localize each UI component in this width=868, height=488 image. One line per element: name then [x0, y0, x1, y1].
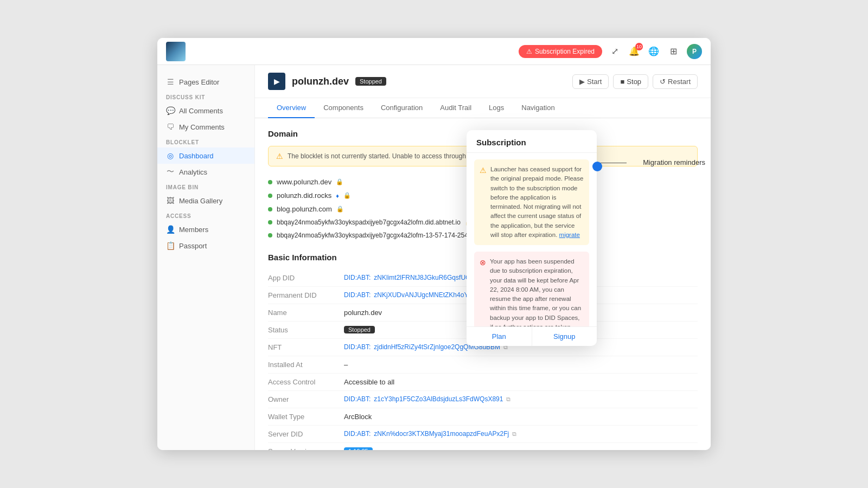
notification-icon[interactable]: 🔔 10: [628, 46, 640, 57]
blocklet-label: BLOCKLET: [157, 135, 254, 147]
tab-overview[interactable]: Overview: [268, 98, 315, 118]
subscription-expired-button[interactable]: ⚠ Subscription Expired: [519, 45, 602, 58]
restart-icon: ↺: [660, 78, 666, 86]
app-logo: [166, 42, 186, 61]
sidebar-item-passport[interactable]: 📋 Passport: [157, 237, 254, 254]
grid-icon[interactable]: ⊞: [667, 46, 679, 57]
app-brand-icon: ▶: [268, 73, 285, 90]
info-row-owner: Owner DID:ABT: z1cY3hp1F5CZo3AlBdsjduzLs…: [268, 391, 698, 408]
modal-footer: Plan Signup: [467, 326, 597, 346]
tab-audit-trail[interactable]: Audit Trail: [431, 98, 480, 118]
lock-icon: 🔒: [336, 178, 343, 185]
tab-logs[interactable]: Logs: [480, 98, 513, 118]
my-comments-icon: 🗨: [166, 123, 175, 131]
lock-icon-3: 🔒: [336, 206, 344, 213]
app-name: polunzh.dev: [292, 76, 349, 87]
sidebar-item-dashboard[interactable]: ◎ Dashboard: [157, 147, 254, 164]
modal-body: ⚠ Launcher has ceased support for the or…: [467, 153, 597, 326]
migrate-link[interactable]: migrate: [559, 232, 580, 238]
domain-status-dot: [268, 233, 272, 237]
stop-button[interactable]: ■ Stop: [613, 74, 648, 89]
connector-circle: [592, 162, 602, 171]
modal-error-alert: ⊗ Your app has been suspended due to sub…: [474, 252, 589, 326]
app-header: ▶ polunzh.dev Stopped ▶ Start ■ Stop ↺: [255, 65, 711, 98]
access-label: ACCESS: [157, 209, 254, 221]
discuss-kit-label: DISCUSS KIT: [157, 90, 254, 102]
domain-status-dot: [268, 180, 272, 184]
domain-status-dot: [268, 207, 272, 211]
stop-icon: ■: [620, 78, 624, 86]
sidebar-item-all-comments[interactable]: 💬 All Comments: [157, 102, 254, 119]
copy-icon-4[interactable]: ⧉: [506, 396, 510, 403]
sidebar-item-media-gallery[interactable]: 🖼 Media Gallery: [157, 192, 254, 209]
globe-icon[interactable]: 🌐: [648, 46, 660, 57]
start-button[interactable]: ▶ Start: [572, 74, 609, 89]
signup-button[interactable]: Signup: [532, 327, 597, 346]
modal-warning-alert: ⚠ Launcher has ceased support for the or…: [474, 159, 589, 245]
tabs: Overview Components Configuration Audit …: [255, 98, 711, 118]
tab-navigation[interactable]: Navigation: [513, 98, 563, 118]
action-bar: ▶ Start ■ Stop ↺ Restart: [572, 74, 698, 89]
gallery-icon: 🖼: [166, 196, 175, 205]
topbar: ⚠ Subscription Expired ⤢ 🔔 10 🌐 ⊞ P: [157, 38, 711, 65]
members-icon: 👤: [166, 225, 175, 234]
avatar[interactable]: P: [687, 44, 702, 59]
warning-triangle-icon: ⚠: [480, 165, 487, 240]
info-row-server-did: Server DID DID:ABT: zNKn%docr3KTXBMyaj31…: [268, 426, 698, 443]
info-row-wallet-type: Wallet Type ArcBlock: [268, 408, 698, 426]
error-circle-icon: ⊗: [480, 257, 486, 326]
analytics-icon: 〜: [166, 168, 175, 176]
sidebar-item-pages-editor[interactable]: ☰ Pages Editor: [157, 74, 254, 90]
version-badge: 1.16.25: [344, 447, 373, 450]
domain-status-dot: [268, 194, 272, 198]
main-window: ⚠ Subscription Expired ⤢ 🔔 10 🌐 ⊞ P ☰ Pa…: [157, 38, 711, 450]
plan-button[interactable]: Plan: [467, 327, 532, 346]
sidebar-item-analytics[interactable]: 〜 Analytics: [157, 164, 254, 180]
expand-icon[interactable]: ⤢: [609, 46, 621, 57]
start-icon: ▶: [579, 78, 585, 86]
alert-triangle-icon: ⚠: [276, 152, 283, 160]
info-row-installed-at: Installed At –: [268, 356, 698, 374]
info-row-server-version: Server Version 1.16.25: [268, 443, 698, 450]
content-area: ▶ polunzh.dev Stopped ▶ Start ■ Stop ↺: [255, 65, 711, 450]
image-bin-section-label: IMAGE BIN: [157, 180, 254, 192]
migration-label: Migration reminders: [643, 158, 705, 166]
tab-components[interactable]: Components: [315, 98, 372, 118]
info-row-access: Access Control Accessible to all: [268, 374, 698, 391]
modal-title: Subscription: [467, 130, 597, 153]
main-layout: ☰ Pages Editor DISCUSS KIT 💬 All Comment…: [157, 65, 711, 450]
lock-icon-2: 🔒: [343, 192, 351, 199]
status-stopped-badge: Stopped: [344, 326, 375, 333]
warning-icon: ⚠: [526, 48, 532, 55]
sidebar-item-members[interactable]: 👤 Members: [157, 221, 254, 237]
topbar-icons: ⤢ 🔔 10 🌐 ⊞ P: [609, 44, 702, 59]
copy-icon-5[interactable]: ⧉: [512, 431, 516, 438]
comments-icon: 💬: [166, 106, 175, 115]
subscription-modal: Subscription ⚠ Launcher has ceased suppo…: [467, 130, 597, 346]
app-status-badge: Stopped: [355, 77, 386, 86]
sidebar: ☰ Pages Editor DISCUSS KIT 💬 All Comment…: [157, 65, 255, 450]
restart-button[interactable]: ↺ Restart: [653, 74, 698, 89]
tab-configuration[interactable]: Configuration: [372, 98, 431, 118]
pages-icon: ☰: [166, 78, 175, 86]
sidebar-item-my-comments[interactable]: 🗨 My Comments: [157, 119, 254, 135]
passport-icon: 📋: [166, 241, 175, 250]
dashboard-icon: ◎: [166, 151, 175, 160]
domain-status-dot: [268, 220, 272, 224]
